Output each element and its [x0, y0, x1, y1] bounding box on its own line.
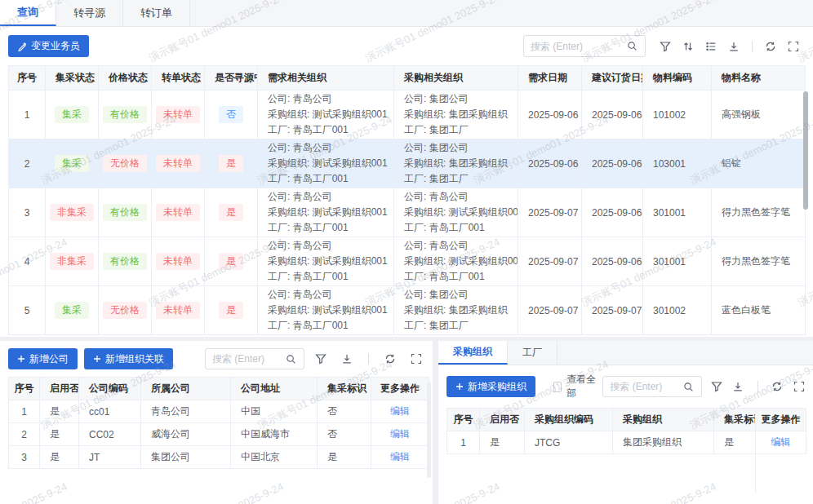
company-search-input[interactable]: [212, 353, 284, 365]
enabled-cell: 是: [40, 446, 79, 469]
purchase-org-cell: 公司: 青岛公司 采购组织: 测试采购组织001 工厂: 青岛工厂001: [394, 188, 518, 237]
table-row[interactable]: 2 是 CC02 威海公司 中国威海市 否 编辑: [9, 423, 429, 446]
col-seq: 序号: [447, 409, 480, 431]
table-row[interactable]: 5 集采 无价格 未转单 是 公司: 青岛公司 采购组织: 测试采购组织001 …: [9, 286, 806, 335]
sort-icon[interactable]: [678, 37, 698, 56]
add-org-link-button[interactable]: 新增组织关联: [84, 348, 173, 369]
demand-org-cell: 公司: 青岛公司 采购组织: 测试采购组织001 工厂: 青岛工厂001: [258, 139, 394, 188]
tab-query[interactable]: 查询: [0, 0, 56, 26]
col-jicai-flag: 集采标识: [318, 378, 371, 400]
org-line: 公司: 青岛公司: [268, 91, 393, 107]
company-table: 序号 启用否 公司编码 所属公司 公司地址 集采标识 更多操作 1 是 cc01…: [8, 377, 429, 469]
fullscreen-icon[interactable]: [791, 377, 806, 396]
sourcing-cell: 是: [205, 286, 258, 335]
edit-link[interactable]: 编辑: [390, 451, 410, 462]
status-badge: 无价格: [103, 302, 147, 319]
table-row[interactable]: 1 是 JTCG 集团采购组织 是 编辑: [447, 431, 806, 454]
vertical-scrollbar[interactable]: [427, 382, 431, 478]
seq-cell: 1: [447, 431, 480, 454]
fullscreen-icon[interactable]: [406, 349, 426, 369]
checkbox-icon[interactable]: [553, 382, 562, 392]
edit-link[interactable]: 编辑: [771, 436, 791, 448]
company-panel: 新增公司 新增组织关联: [0, 341, 433, 504]
org-line: 采购组织: 测试采购组织001: [404, 254, 518, 269]
table-row[interactable]: 1 集采 有价格 未转单 否 公司: 青岛公司 采购组织: 测试采购组织001 …: [9, 91, 806, 139]
address-cell: 中国北京: [231, 446, 318, 469]
suggest-date-cell: 2025-09-06: [582, 91, 643, 139]
org-line: 公司: 青岛公司: [268, 189, 393, 205]
status-badge: 非集采: [50, 204, 94, 221]
edit-link[interactable]: 编辑: [390, 428, 410, 440]
change-salesman-button[interactable]: 变更业务员: [8, 35, 89, 57]
table-row[interactable]: 4 非集采 有价格 未转单 是 公司: 青岛公司 采购组织: 测试采购组织001…: [9, 237, 806, 286]
search-icon[interactable]: [682, 380, 695, 393]
col-jicai-status: 集采状态: [46, 66, 99, 91]
org-line: 工厂: 集团工厂: [404, 171, 518, 187]
filter-icon[interactable]: [655, 37, 675, 56]
add-org-link-label: 新增组织关联: [105, 352, 164, 366]
jicai-flag-cell: 否: [318, 423, 371, 446]
vertical-scrollbar[interactable]: [803, 91, 808, 210]
refresh-icon[interactable]: [380, 349, 400, 369]
change-salesman-label: 变更业务员: [31, 39, 80, 53]
column-settings-icon[interactable]: [701, 37, 721, 56]
status-badge: 是: [219, 204, 243, 221]
col-enabled: 启用否: [480, 409, 525, 431]
org-line: 公司: 青岛公司: [268, 238, 393, 254]
header-row: 序号 启用否 采购组织编码 采购组织 集采标识 更多操作: [447, 409, 806, 431]
add-purchase-org-button[interactable]: 新增采购组织: [446, 376, 535, 397]
tab-to-sourcing[interactable]: 转寻源: [56, 0, 123, 26]
download-icon[interactable]: [724, 37, 744, 56]
status-badge: 集采: [55, 106, 89, 123]
org-line: 工厂: 青岛工厂001: [268, 122, 393, 138]
jicai-flag-cell: 是: [714, 431, 756, 454]
search-icon[interactable]: [284, 352, 297, 365]
tab-to-order[interactable]: 转订单: [123, 0, 190, 26]
status-badge: 有价格: [103, 204, 147, 221]
tab-purchase-org[interactable]: 采购组织: [438, 341, 508, 365]
col-seq: 序号: [9, 378, 40, 400]
search-icon[interactable]: [625, 40, 638, 53]
download-icon[interactable]: [337, 349, 357, 369]
col-price-status: 价格状态: [99, 66, 152, 91]
fullscreen-icon[interactable]: [784, 37, 803, 56]
main-search-input[interactable]: [531, 41, 625, 52]
enabled-cell: 是: [480, 431, 525, 454]
suggest-date-cell: 2025-09-07: [582, 286, 643, 335]
col-suggest-date: 建议订货日期: [582, 66, 643, 91]
org-cell: 集团采购组织: [613, 431, 714, 454]
table-row[interactable]: 3 是 JT 集团公司 中国北京 是 编辑: [9, 446, 429, 469]
org-search-input[interactable]: [610, 381, 682, 392]
refresh-icon[interactable]: [770, 377, 785, 396]
view-all-checkbox-wrap[interactable]: 查看全部: [553, 373, 596, 400]
col-company-code: 公司编码: [79, 378, 141, 400]
status-badge: 未转单: [156, 204, 200, 221]
status-badge: 集采: [55, 302, 89, 319]
price-cell: 有价格: [99, 91, 152, 139]
material-name-cell: 铝锭: [712, 139, 806, 188]
org-line: 采购组织: 测试采购组织001: [268, 254, 393, 269]
refresh-icon[interactable]: [761, 37, 780, 56]
org-search: [602, 376, 702, 397]
org-line: 工厂: 集团工厂: [404, 122, 518, 138]
col-sourcing: 是否寻源中: [205, 66, 258, 91]
tab-factory[interactable]: 工厂: [508, 341, 558, 365]
table-row[interactable]: 3 非集采 有价格 未转单 是 公司: 青岛公司 采购组织: 测试采购组织001…: [9, 188, 806, 237]
download-icon[interactable]: [731, 377, 746, 396]
purchase-org-panel: 采购组织 工厂 新增采购组织 查看全部: [438, 341, 813, 504]
filter-icon[interactable]: [709, 377, 724, 396]
table-row[interactable]: 2 集采 无价格 未转单 是 公司: 青岛公司 采购组织: 测试采购组织001 …: [9, 139, 806, 188]
plus-icon: [455, 382, 464, 391]
suggest-date-cell: 2025-09-06: [582, 237, 643, 286]
status-badge: 未转单: [156, 155, 200, 172]
table-row[interactable]: 1 是 cc01 青岛公司 中国 否 编辑: [9, 400, 429, 423]
demand-org-cell: 公司: 青岛公司 采购组织: 测试采购组织001 工厂: 青岛工厂001: [258, 91, 394, 139]
status-badge: 未转单: [156, 106, 200, 123]
filter-icon[interactable]: [311, 349, 331, 369]
org-line: 采购组织: 测试采购组织001: [268, 107, 393, 122]
company-cell: 青岛公司: [141, 400, 231, 423]
add-company-button[interactable]: 新增公司: [8, 348, 78, 369]
edit-link[interactable]: 编辑: [390, 405, 410, 417]
col-jicai-flag: 集采标识: [714, 409, 756, 431]
price-cell: 有价格: [99, 237, 152, 286]
